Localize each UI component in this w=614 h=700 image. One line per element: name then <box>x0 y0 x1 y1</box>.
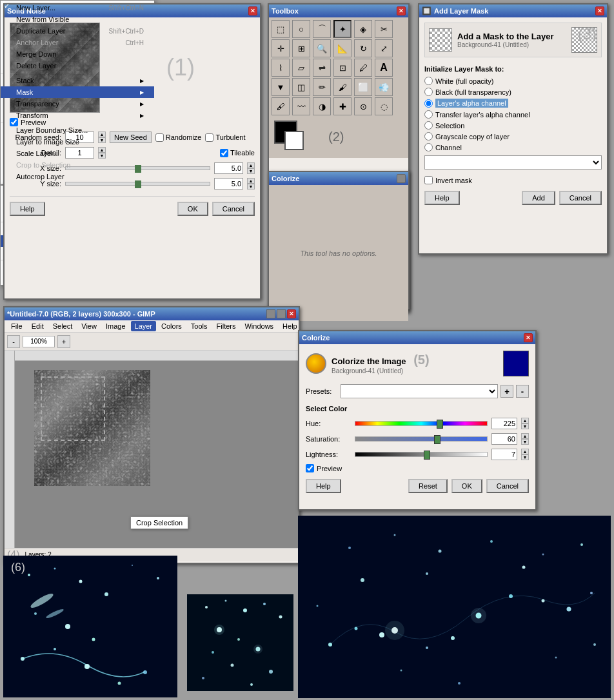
light-down[interactable]: ▼ <box>521 454 529 460</box>
y-size-down[interactable]: ▼ <box>247 184 255 190</box>
tool-paintbrush[interactable]: 🖌 <box>333 78 352 96</box>
menu-transparency[interactable]: Transparency ▶ <box>1 98 154 110</box>
menu-image[interactable]: Image <box>102 321 130 331</box>
menu-tools[interactable]: Tools <box>187 321 212 331</box>
bg-color-swatch[interactable] <box>284 131 304 150</box>
menu-layer[interactable]: Layer <box>131 321 157 331</box>
tool-flip[interactable]: ⇌ <box>313 59 331 77</box>
colorize-preview-checkbox[interactable] <box>306 464 314 472</box>
colorize-panel-min[interactable] <box>397 174 406 183</box>
tool-heal[interactable]: ✚ <box>333 97 352 115</box>
ok-button[interactable]: OK <box>177 202 208 216</box>
tileable-checkbox[interactable] <box>220 149 228 157</box>
menu-delete-layer[interactable]: Delete Layer <box>1 60 154 72</box>
randomize-checkbox[interactable] <box>155 133 164 142</box>
channel-radio[interactable] <box>424 143 433 151</box>
tool-pencil[interactable]: ✏ <box>313 78 331 96</box>
toolbox-close-btn[interactable]: ✕ <box>397 6 406 15</box>
tool-gradient[interactable]: ◫ <box>292 78 310 96</box>
tool-align[interactable]: ⊞ <box>292 39 310 57</box>
presets-select[interactable] <box>341 384 498 398</box>
alm-help-button[interactable]: Help <box>424 191 460 205</box>
alm-add-button[interactable]: Add <box>522 191 555 205</box>
menu-stack[interactable]: Stack ▶ <box>1 75 154 86</box>
sat-up[interactable]: ▲ <box>521 433 529 439</box>
menu-colors[interactable]: Colors <box>157 321 186 331</box>
tool-cage[interactable]: ⊡ <box>333 59 352 77</box>
y-size-input[interactable] <box>214 178 243 190</box>
gimp-min-btn[interactable] <box>266 309 275 318</box>
tool-text[interactable]: A <box>375 59 393 77</box>
invert-mask-checkbox[interactable] <box>424 176 433 184</box>
fg-bg-colors[interactable] <box>274 121 313 153</box>
tool-rect-select[interactable]: ⬚ <box>272 20 290 38</box>
toolbar-zoom-in[interactable]: + <box>57 335 70 348</box>
tool-ink[interactable]: 🖋 <box>272 97 290 115</box>
hue-down[interactable]: ▼ <box>521 423 529 429</box>
alm-cancel-button[interactable]: Cancel <box>559 191 602 205</box>
tool-scale[interactable]: ⤢ <box>375 39 393 57</box>
tool-smudge[interactable]: 〰 <box>292 97 310 115</box>
transfer-alpha-radio[interactable] <box>424 110 433 119</box>
presets-add-btn[interactable]: + <box>500 385 513 398</box>
menu-duplicate-layer[interactable]: Duplicate Layer Shift+Ctrl+D <box>1 25 154 37</box>
black-transparency-radio[interactable] <box>424 88 433 96</box>
grayscale-copy-radio[interactable] <box>424 132 433 141</box>
colorize-ok-btn[interactable]: OK <box>451 479 482 493</box>
menu-new-layer[interactable]: New Layer... Shift+Ctrl+N <box>1 2 154 14</box>
menu-select[interactable]: Select <box>49 321 77 331</box>
lightness-slider[interactable] <box>355 452 488 457</box>
colorize-help-btn[interactable]: Help <box>306 479 341 493</box>
menu-new-from-visible[interactable]: New from Visible <box>1 14 154 25</box>
x-size-input[interactable] <box>214 162 243 174</box>
white-opacity-radio[interactable] <box>424 77 433 85</box>
solid-noise-close-btn[interactable]: ✕ <box>248 6 257 15</box>
light-up[interactable]: ▲ <box>521 449 529 454</box>
menu-file[interactable]: File <box>7 321 26 331</box>
tool-shear[interactable]: ⌇ <box>272 59 290 77</box>
tool-select-by-color[interactable]: ◈ <box>354 20 372 38</box>
tool-airbrush[interactable]: 💨 <box>375 78 393 96</box>
menu-filters[interactable]: Filters <box>213 321 240 331</box>
colorize-cancel-btn[interactable]: Cancel <box>486 479 529 493</box>
menu-merge-down[interactable]: Merge Down <box>1 48 154 60</box>
tool-lasso[interactable]: ⌒ <box>313 20 331 38</box>
toolbar-zoom-out[interactable]: - <box>7 335 20 348</box>
tool-move[interactable]: ✛ <box>272 39 290 57</box>
saturation-slider[interactable] <box>355 436 488 442</box>
x-size-down[interactable]: ▼ <box>247 168 255 174</box>
hue-up[interactable]: ▲ <box>521 418 529 423</box>
menu-edit[interactable]: Edit <box>28 321 48 331</box>
saturation-input[interactable] <box>491 433 517 445</box>
selection-radio[interactable] <box>424 121 433 130</box>
y-size-up[interactable]: ▲ <box>247 178 255 184</box>
tool-paint-bucket[interactable]: ▼ <box>272 78 290 96</box>
menu-autocrop-layer[interactable]: Autocrop Layer <box>1 171 154 182</box>
tool-fuzzy-select[interactable]: ✦ <box>333 20 352 38</box>
lightness-input[interactable] <box>491 449 517 460</box>
tool-perspective-clone[interactable]: ⊙ <box>354 97 372 115</box>
menu-view[interactable]: View <box>77 321 101 331</box>
gimp-close-btn[interactable]: ✕ <box>287 309 296 318</box>
x-size-up[interactable]: ▲ <box>247 162 255 168</box>
channel-select[interactable] <box>424 155 602 170</box>
turbulent-checkbox[interactable] <box>205 133 213 142</box>
cancel-button[interactable]: Cancel <box>212 202 255 216</box>
tool-dodge-burn[interactable]: ◑ <box>313 97 331 115</box>
tool-measure[interactable]: 📐 <box>333 39 352 57</box>
menu-transform[interactable]: Transform ▶ <box>1 110 154 121</box>
help-button[interactable]: Help <box>10 202 45 216</box>
menu-mask[interactable]: Mask ▶ <box>1 86 154 98</box>
tool-rotate[interactable]: ↻ <box>354 39 372 57</box>
tool-perspective[interactable]: ▱ <box>292 59 310 77</box>
menu-layer-boundary-size[interactable]: Layer Boundary Size... <box>1 124 154 136</box>
menu-scale-layer[interactable]: Scale Layer... <box>1 148 154 159</box>
presets-remove-btn[interactable]: - <box>516 385 529 398</box>
tool-scissors[interactable]: ✂ <box>375 20 393 38</box>
tool-eraser[interactable]: ⬜ <box>354 78 372 96</box>
colorize-reset-btn[interactable]: Reset <box>408 479 448 493</box>
alpha-channel-radio[interactable] <box>424 99 433 108</box>
tool-blur-sharpen[interactable]: ◌ <box>375 97 393 115</box>
hue-slider[interactable] <box>355 421 488 426</box>
sat-down[interactable]: ▼ <box>521 439 529 445</box>
